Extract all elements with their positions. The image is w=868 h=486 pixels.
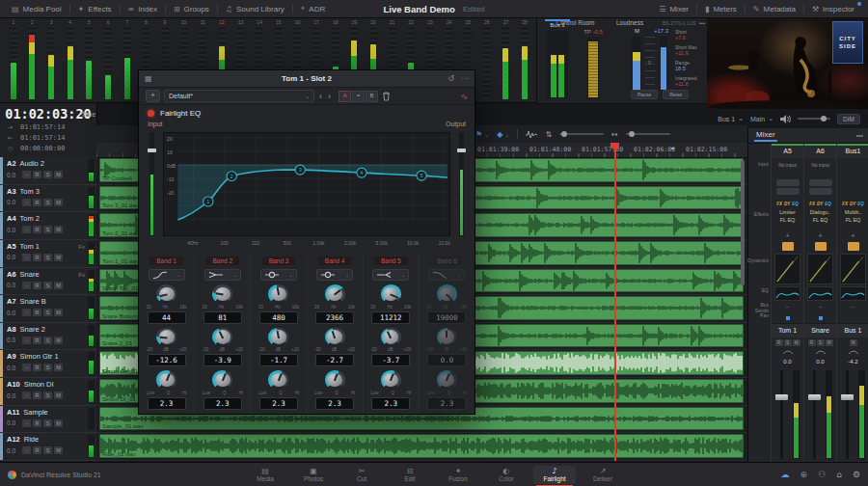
mixer-strip-bus1[interactable]: Bus1FXDYEQMultib..FL EQ+–Bus 1M-4.2 xyxy=(836,144,868,463)
strip-input-value[interactable]: No input xyxy=(772,158,803,176)
next-preset-button[interactable]: › xyxy=(327,92,332,101)
monitor-output-select[interactable]: Main⌄ xyxy=(750,115,773,122)
track-volume-value[interactable]: 0.0 xyxy=(7,227,20,233)
band-label[interactable]: Band 3 xyxy=(262,256,296,265)
q-knob[interactable] xyxy=(325,370,345,390)
track-volume-value[interactable]: 0.0 xyxy=(7,172,20,178)
track-header-a2[interactable]: A2Audio 20.0◦RSM xyxy=(0,157,96,185)
frequency-value[interactable]: 44 xyxy=(148,311,186,324)
topbar-button-mixer[interactable]: ☰Mixer xyxy=(651,0,696,17)
record-arm-button[interactable]: ◦ xyxy=(22,171,31,178)
gain-value[interactable]: -3.7 xyxy=(371,354,410,366)
m-button[interactable]: M xyxy=(54,392,63,399)
band-shape-select[interactable]: ⌄ xyxy=(372,269,409,281)
r-button[interactable]: R xyxy=(775,339,783,346)
s-button[interactable]: S xyxy=(43,254,52,261)
frequency-value[interactable]: 19000 xyxy=(427,311,466,324)
r-button[interactable]: R xyxy=(33,199,41,206)
band-label[interactable]: Band 4 xyxy=(318,256,352,265)
track-volume-value[interactable]: 0.0 xyxy=(7,337,20,343)
frequency-knob[interactable] xyxy=(437,284,457,304)
marker-dropdown[interactable]: ◆⌄ xyxy=(497,130,509,139)
frequency-knob[interactable] xyxy=(212,284,232,304)
timecode-value[interactable]: 01:01:57:14 xyxy=(20,134,65,142)
s-button[interactable]: S xyxy=(43,392,52,399)
track-header-a5[interactable]: A5Tom 1Fx0.0◦RSM xyxy=(0,240,96,268)
eq-thumbnail[interactable] xyxy=(807,286,833,301)
strip-input-value[interactable]: No input xyxy=(804,158,836,176)
add-effect-button[interactable]: + xyxy=(804,231,836,240)
track-header-a11[interactable]: A11Sample0.0◦RSM xyxy=(0,406,96,434)
plugin-power-toggle[interactable] xyxy=(148,110,154,117)
frequency-knob[interactable] xyxy=(325,284,345,304)
frequency-knob[interactable] xyxy=(381,284,401,304)
r-button[interactable]: R xyxy=(808,339,816,346)
record-arm-button[interactable]: ◦ xyxy=(22,337,31,344)
q-knob[interactable] xyxy=(212,370,232,390)
m-button[interactable]: M xyxy=(54,171,63,178)
r-button[interactable]: R xyxy=(33,392,41,399)
eq-dialog-titlebar[interactable]: ▦ Tom 1 - Slot 2 ↺··· xyxy=(139,70,475,88)
add-preset-button[interactable]: + xyxy=(146,90,160,102)
frequency-knob[interactable] xyxy=(156,284,176,304)
track-header-a3[interactable]: A3Tom 30.0◦RSM xyxy=(0,185,96,213)
track-volume-value[interactable]: 0.0 xyxy=(7,199,20,205)
q-knob[interactable] xyxy=(268,370,288,390)
output-meter[interactable] xyxy=(456,132,467,236)
r-button[interactable]: R xyxy=(33,337,41,344)
page-tab-edit[interactable]: ⊟Edit xyxy=(389,466,431,484)
record-arm-button[interactable]: ◦ xyxy=(22,282,31,289)
page-tab-color[interactable]: ◐Color xyxy=(485,466,528,484)
eq-curve-graph[interactable]: 1234520100dB-10-20 xyxy=(163,132,450,236)
track-volume-value[interactable]: 0.0 xyxy=(7,364,20,371)
track-volume-value[interactable]: 0.0 xyxy=(7,447,20,454)
m-button[interactable]: M xyxy=(54,282,63,289)
reset-button[interactable]: Reset xyxy=(663,90,689,99)
page-tab-media[interactable]: ▤Media xyxy=(244,466,286,484)
q-value[interactable]: 2.3 xyxy=(371,397,410,410)
dynamics-thumbnail[interactable] xyxy=(807,254,833,284)
gain-value[interactable]: -1.7 xyxy=(259,354,298,366)
q-value[interactable]: 2.3 xyxy=(148,397,186,410)
frequency-value[interactable]: 11212 xyxy=(371,311,410,324)
m-button[interactable]: M xyxy=(54,254,63,261)
prev-preset-button[interactable]: ‹ xyxy=(318,92,323,101)
track-header-a6[interactable]: A6SnareFx0.0◦RSM xyxy=(0,268,96,296)
record-arm-button[interactable]: ◦ xyxy=(22,392,31,399)
track-header-a12[interactable]: A12Ride0.0◦RSM xyxy=(0,433,96,461)
page-tab-cut[interactable]: ✂Cut xyxy=(340,466,383,484)
ab-compare-b[interactable]: B xyxy=(366,91,378,102)
band-label[interactable]: Band 1 xyxy=(149,256,183,265)
s-button[interactable]: S xyxy=(43,226,52,233)
fader-handle[interactable] xyxy=(808,394,821,400)
topbar-button-index[interactable]: ≡Index xyxy=(121,0,165,17)
page-tab-photos[interactable]: ▣Photos xyxy=(292,466,335,484)
track-volume-value[interactable]: 0.0 xyxy=(7,282,20,288)
m-button[interactable]: M xyxy=(54,446,63,454)
frequency-value[interactable]: 2366 xyxy=(315,311,354,324)
topbar-button-meters[interactable]: ▮Meters xyxy=(697,0,745,17)
plugin-grid-icon[interactable]: ▦ xyxy=(145,74,152,83)
track-volume-value[interactable]: 0.0 xyxy=(7,419,20,426)
dynamics-thumbnail[interactable] xyxy=(774,254,800,284)
fader-value[interactable]: 0.0 xyxy=(804,359,836,367)
pan-control[interactable] xyxy=(804,312,836,323)
gain-knob[interactable] xyxy=(212,328,232,347)
add-effect-button[interactable]: + xyxy=(837,231,868,240)
track-volume-value[interactable]: 0.0 xyxy=(7,392,20,399)
q-knob[interactable] xyxy=(381,370,401,390)
gain-knob[interactable] xyxy=(156,328,176,347)
s-button[interactable]: S xyxy=(43,419,52,427)
topbar-button-sound-library[interactable]: ♫Sound Library xyxy=(218,0,292,17)
network-icon[interactable]: ⊕ xyxy=(800,470,808,479)
r-button[interactable]: R xyxy=(33,309,41,316)
r-button[interactable]: R xyxy=(33,364,41,371)
r-button[interactable]: R xyxy=(33,419,41,427)
m-button[interactable]: M xyxy=(54,337,63,344)
s-button[interactable]: S xyxy=(817,339,825,346)
settings-gear-icon[interactable]: ⚙ xyxy=(853,470,860,479)
r-button[interactable]: R xyxy=(33,446,41,454)
insert-enable-button[interactable] xyxy=(848,242,859,251)
pan-control[interactable] xyxy=(772,312,803,323)
q-value[interactable]: 2.3 xyxy=(259,397,298,410)
